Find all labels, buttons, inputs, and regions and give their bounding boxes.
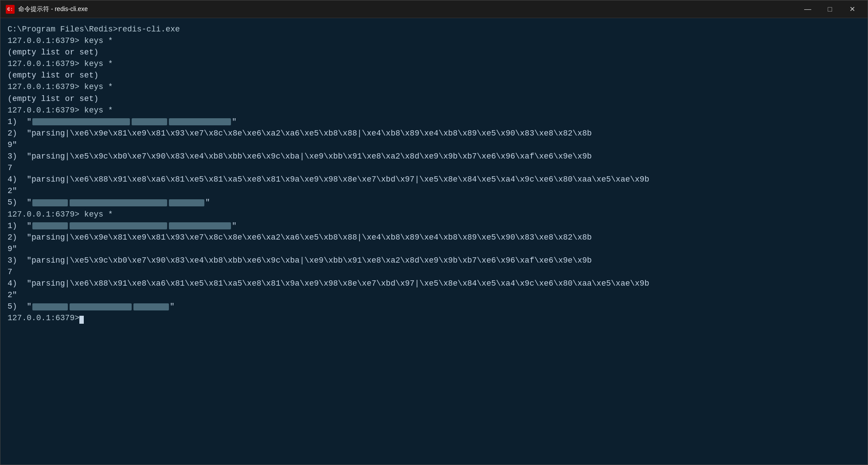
minimize-button[interactable]: — <box>798 2 818 16</box>
terminal-window: C: 命令提示符 - redis-cli.exe — □ ✕ C:\Progra… <box>0 0 868 465</box>
close-button[interactable]: ✕ <box>842 2 862 16</box>
titlebar-left: C: 命令提示符 - redis-cli.exe <box>6 5 88 14</box>
line-cursor: 127.0.0.1:6379> <box>8 312 860 324</box>
line-11b: 7 <box>8 162 860 174</box>
window-controls: — □ ✕ <box>798 2 862 16</box>
titlebar: C: 命令提示符 - redis-cli.exe — □ ✕ <box>0 0 868 18</box>
line-14: 127.0.0.1:6379> keys * <box>8 209 860 220</box>
line-10: 2) "parsing|\xe6\x9e\x81\xe9\x81\x93\xe7… <box>8 128 860 139</box>
line-17b: 7 <box>8 266 860 278</box>
line-11: 3) "parsing|\xe5\x9c\xb0\xe7\x90\x83\xe4… <box>8 151 860 162</box>
line-5: (empty list or set) <box>8 70 860 81</box>
line-10b: 9" <box>8 139 860 151</box>
window-title: 命令提示符 - redis-cli.exe <box>18 5 88 13</box>
line-8: 127.0.0.1:6379> keys * <box>8 105 860 116</box>
line-18: 4) "parsing|\xe6\x88\x91\xe8\xa6\x81\xe5… <box>8 278 860 289</box>
line-16: 2) "parsing|\xe6\x9e\x81\xe9\x81\x93\xe7… <box>8 232 860 243</box>
terminal-scroll[interactable]: C:\Program Files\Redis>redis-cli.exe 127… <box>8 23 860 459</box>
line-13: 5) "" <box>8 197 860 208</box>
line-15: 1) "" <box>8 220 860 232</box>
maximize-button[interactable]: □ <box>820 2 840 16</box>
line-9: 1) "" <box>8 116 860 128</box>
line-6: 127.0.0.1:6379> keys * <box>8 81 860 93</box>
terminal-body[interactable]: C:\Program Files\Redis>redis-cli.exe 127… <box>0 18 868 465</box>
app-icon: C: <box>6 5 15 14</box>
line-7: (empty list or set) <box>8 93 860 105</box>
line-18b: 2" <box>8 289 860 301</box>
line-2: 127.0.0.1:6379> keys * <box>8 35 860 46</box>
line-3: (empty list or set) <box>8 46 860 58</box>
line-1: C:\Program Files\Redis>redis-cli.exe <box>8 23 860 35</box>
line-12: 4) "parsing|\xe6\x88\x91\xe8\xa6\x81\xe5… <box>8 174 860 185</box>
line-17: 3) "parsing|\xe5\x9c\xb0\xe7\x90\x83\xe4… <box>8 255 860 266</box>
line-12b: 2" <box>8 185 860 197</box>
line-19: 5) "" <box>8 301 860 312</box>
line-16b: 9" <box>8 243 860 255</box>
line-4: 127.0.0.1:6379> keys * <box>8 58 860 70</box>
